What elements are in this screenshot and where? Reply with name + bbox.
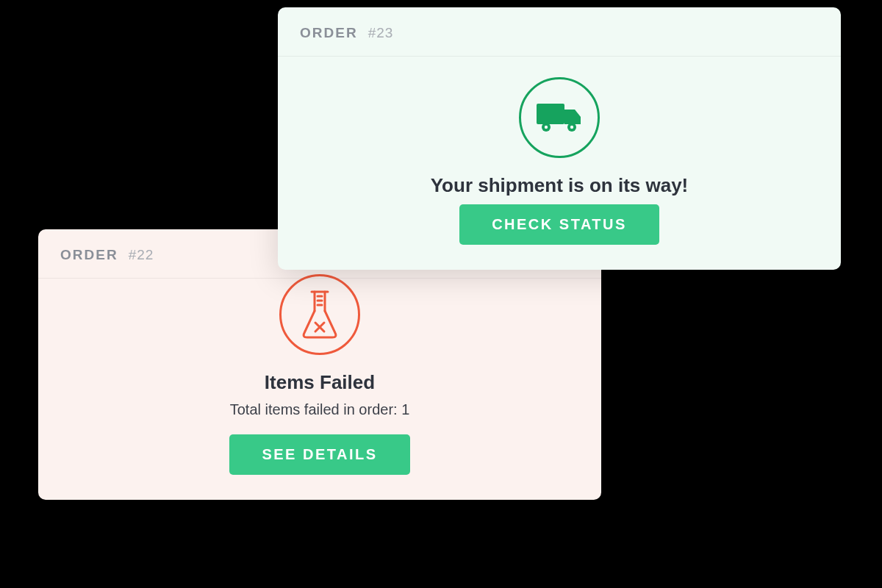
- flask-error-icon: [279, 274, 360, 355]
- svg-point-11: [545, 126, 548, 129]
- truck-icon: [519, 77, 600, 158]
- see-details-button[interactable]: SEE DETAILS: [229, 434, 409, 475]
- order-card-body: Your shipment is on its way! CHECK STATU…: [278, 57, 841, 270]
- order-label: ORDER: [60, 247, 118, 263]
- order-card-failed: ORDER #22: [38, 229, 601, 500]
- status-title: Items Failed: [60, 371, 579, 394]
- status-subtitle: Total items failed in order: 1: [60, 401, 579, 418]
- order-number: #22: [129, 247, 154, 263]
- order-label: ORDER: [300, 25, 358, 41]
- svg-point-12: [570, 126, 573, 129]
- status-title: Your shipment is on its way!: [300, 174, 819, 197]
- order-number: #23: [368, 25, 394, 41]
- order-card-header: ORDER #23: [278, 7, 841, 57]
- order-card-body: Items Failed Total items failed in order…: [38, 274, 601, 500]
- svg-rect-8: [537, 104, 564, 124]
- order-card-shipment: ORDER #23 Your shipment is: [278, 7, 841, 270]
- check-status-button[interactable]: CHECK STATUS: [459, 204, 659, 245]
